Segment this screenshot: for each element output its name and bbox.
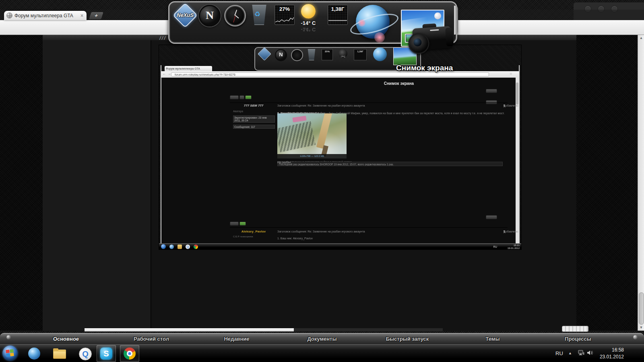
inner-clock-icon (291, 49, 303, 61)
page-scrollbar[interactable]: ▲ ▼ (638, 35, 644, 331)
tray-network-icon[interactable] (578, 350, 584, 357)
inner-forum-page: Снимок экрана 777 SEM 777 Заголовок сооб… (161, 78, 519, 243)
inner-button (245, 95, 252, 99)
inner-post2-role: С.Е.Р. помощника (233, 235, 253, 238)
inner-button (486, 100, 497, 104)
inner-divider (230, 103, 508, 103)
cpu-meter-icon[interactable]: 27% (275, 5, 295, 25)
inner-button (230, 222, 239, 226)
page-bottom-light-fragment (85, 328, 294, 331)
toolbar-tab-temy[interactable]: Темы (450, 336, 535, 342)
tab-favicon-globe-icon (6, 12, 12, 19)
inner-post1-subject: Заголовок сообщения: Re: Заявление на ра… (277, 104, 365, 107)
globe-glow (358, 19, 365, 27)
cpu-value: 27% (275, 6, 294, 12)
inner-start-orb (161, 244, 166, 249)
camera-icon[interactable] (406, 21, 456, 58)
scrollbar-down-icon[interactable]: ▼ (639, 325, 643, 329)
post-screenshot-image[interactable]: N 25% -7°C 1,29Г Форум мультиплеера GTA … (159, 45, 521, 249)
scrollbar-up-icon[interactable]: ▲ (639, 36, 643, 40)
inner-folder-icon (178, 245, 182, 249)
windows-taskbar: Q S RU ▲ 16:58 23.01.2012 (0, 344, 644, 362)
taskbar-globe-icon[interactable] (28, 348, 40, 360)
taskbar-quicktime-icon[interactable]: Q (79, 348, 92, 360)
new-tab-button[interactable]: + (89, 12, 103, 19)
toolbar-tab-osnovnoe[interactable]: Основное (23, 336, 109, 342)
toolbar-tab-rabochiy-stol[interactable]: Рабочий стол (109, 336, 194, 342)
inner-globe-icon (373, 47, 387, 61)
toolbar-right-orb[interactable] (633, 335, 638, 339)
scrollbar-thumb[interactable] (639, 292, 644, 325)
inner-post1-messages: Сообщения: 117 (233, 125, 275, 129)
dock-handle[interactable] (454, 6, 458, 35)
toolbar-left-orb[interactable] (6, 335, 11, 339)
bottom-toolbar: Основное Рабочий стол Недавние Документы… (0, 333, 644, 344)
inner-button (239, 222, 246, 226)
tray-expand-icon[interactable]: ▲ (568, 351, 572, 355)
inner-button (486, 89, 497, 93)
n-logo-icon[interactable]: N (199, 5, 221, 27)
globe-glow (374, 32, 385, 43)
inner-button (486, 215, 497, 219)
page-partial-button[interactable] (562, 326, 588, 332)
toolbar-tab-bystry-zapusk[interactable]: Быстрый запуск (365, 336, 450, 342)
inner-bookmark-star-icon: ☆ (510, 72, 512, 76)
toolbar-tab-dokumenty[interactable]: Документы (279, 336, 365, 342)
start-button[interactable] (2, 346, 18, 361)
clock-icon[interactable] (224, 5, 246, 27)
chrome-icon (124, 348, 136, 360)
browser-tab[interactable]: Форум мультиплеера GTA × (4, 11, 87, 20)
inner-post1-author: 777 SEM 777 (232, 104, 275, 107)
post-signature-fragment: /// (159, 35, 166, 41)
inner-taskbar: Q RU 15:21 19.01.2012 (159, 243, 521, 249)
inner-tray-date: 19.01.2012 (499, 247, 520, 249)
inner-post1-edit-note: Последний раз редактировалось SHOROOP 19… (277, 162, 503, 166)
post-profile-column (43, 35, 151, 331)
taskbar-chrome-button[interactable] (120, 345, 139, 362)
inner-post1-posted-text: Добавлено: Сегодня, 11:17 (504, 104, 519, 107)
taskbar-explorer-icon[interactable] (53, 348, 66, 359)
inner-post1-avatar-label: Аватара (233, 110, 243, 113)
tab-close-icon[interactable]: × (80, 13, 84, 19)
inner-gta-image-caption: 1226x768 — 123.3 КБ (277, 154, 347, 158)
weather-value-reflection: -14° C (296, 27, 320, 33)
inner-button (230, 95, 239, 99)
taskbar-skype-button[interactable]: S (97, 345, 116, 362)
page-bottom-dark-fragment (294, 328, 443, 331)
inner-browser-tab: Форум мультиплеера GTA (165, 66, 212, 71)
inner-post1-reply: На разбан (277, 160, 291, 165)
tray-time: 16:58 (592, 347, 624, 354)
inner-tray-clock: 15:21 19.01.2012 (499, 244, 520, 249)
windows-flag-icon (6, 349, 14, 357)
recycle-symbol-icon: ♻ (254, 10, 260, 19)
tray-clock[interactable]: 16:58 23.01.2012 (592, 347, 624, 360)
inner-post2-line: 1. Ваш ник: Alexsey_Pavlov (277, 237, 313, 240)
inner-tray-time: 15:21 (499, 244, 520, 247)
inner-chrome-icon (194, 245, 198, 249)
inner-post1-registered: Зарегистрирован: 23 янв 2011, 20:14 (233, 115, 275, 123)
inner-browser-window: Форум мультиплеера GTA ← → ↻ forum.urm-r… (161, 65, 520, 243)
inner-quicktime-icon: Q (186, 245, 190, 249)
network-value: 1,38Г (328, 6, 347, 12)
dock-tooltip: Снимок экрана (396, 64, 453, 72)
inner-page-heading: Снимок экрана (351, 81, 447, 86)
weather-sun-icon[interactable] (301, 4, 316, 19)
inner-gta-image: 1226x768 — 123.3 КБ (277, 113, 347, 158)
inner-button (239, 95, 244, 99)
network-meter-icon[interactable]: 1,38Г (328, 5, 348, 25)
toolbar-tab-nedavnie[interactable]: Недавние (194, 336, 279, 342)
inner-post2-subject: Заголовок сообщения: Re: Заявление на ра… (277, 230, 365, 233)
tray-date: 23.01.2012 (592, 354, 624, 360)
inner-address-bar: forum.urm-roleplay.ru/viewtopic.php?f=7&… (171, 72, 489, 76)
weather-value: -14° C (296, 20, 320, 26)
inner-browser-navbar: ← → ↻ forum.urm-roleplay.ru/viewtopic.ph… (161, 71, 519, 78)
nexus-app-label: NeXuS (172, 12, 198, 18)
tray-language[interactable]: RU (555, 350, 563, 356)
inner-n-icon: N (275, 49, 287, 61)
desktop: Форум мультиплеера GTA × + ← → ↻ ⌂ forum… (0, 0, 644, 362)
inner-post2-author: Aleksey_Pavlov (232, 230, 275, 233)
inner-post2-posted-text: Добавлено: Сегодня, 11:34 (504, 230, 519, 233)
inner-network-meter: 1,29Г (354, 49, 367, 60)
inner-divider (230, 227, 508, 228)
toolbar-tab-processy[interactable]: Процессы (535, 336, 621, 342)
